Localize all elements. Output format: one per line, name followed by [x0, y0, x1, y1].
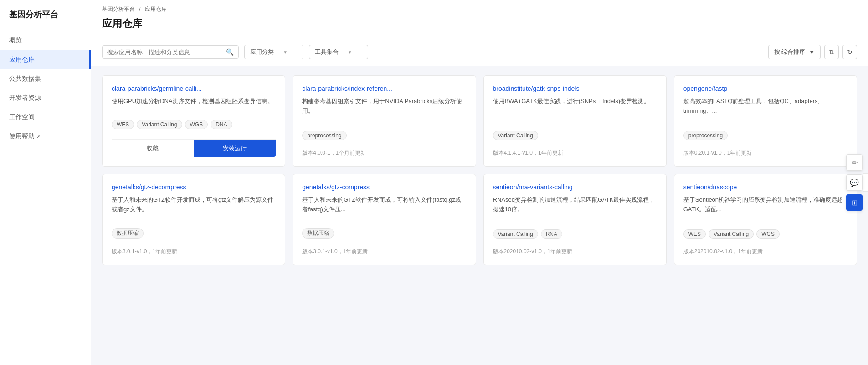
- card-title[interactable]: genetalks/gtz-compress: [302, 183, 466, 191]
- sidebar-item-app-repo[interactable]: 应用仓库: [0, 50, 91, 69]
- card-title[interactable]: clara-parabricks/germline-calli...: [112, 85, 276, 92]
- card-version: 版本3.0.1-v1.0，1年前更新: [302, 243, 466, 256]
- card-3[interactable]: broadinstitute/gatk-snps-indels 使用BWA+GA…: [483, 75, 667, 167]
- card-version: 版本0.20.1-v1.0，1年前更新: [683, 145, 847, 157]
- card-desc: 基于人和未来的GTZ软件开发而成，可将输入文件(fastq.gz或者fastq)…: [302, 195, 466, 224]
- app-category-label: 应用分类: [250, 48, 274, 56]
- card-7[interactable]: sentieon/rna-variants-calling RNAseq变异检测…: [483, 174, 667, 265]
- card-desc: 基于人和未来的GTZ软件开发而成，可将gtz文件解压为源文件或者gz文件。: [112, 195, 276, 224]
- card-5[interactable]: genetalks/gtz-decompress 基于人和未来的GTZ软件开发而…: [102, 174, 285, 265]
- tag: 数据压缩: [112, 228, 144, 239]
- card-actions: 收藏 安装运行: [112, 139, 276, 157]
- install-button[interactable]: 安装运行: [194, 140, 276, 157]
- card-desc: RNAseq变异检测的加速流程，结果匹配GATK最佳实践流程，提速10倍。: [493, 195, 657, 225]
- search-box[interactable]: 🔍: [102, 45, 239, 59]
- sort-order-btn[interactable]: ⇅: [824, 45, 839, 59]
- sidebar-collapse-btn[interactable]: ‹: [863, 173, 868, 192]
- tag: RNA: [541, 229, 562, 239]
- chevron-down-icon-3: ▼: [809, 49, 815, 56]
- sidebar-item-help[interactable]: 使用帮助 ↗: [0, 127, 91, 146]
- page-title: 应用仓库: [102, 17, 857, 38]
- toolbar-right: 按 综合排序 ▼ ⇅ ↻: [768, 45, 858, 59]
- card-desc: 基于Sentieon机器学习的胚系变异检测加速流程，准确度远超GATK。适配..…: [683, 195, 847, 225]
- card-tags: WESVariant CallingWGS: [683, 229, 847, 239]
- breadcrumb-sep: /: [139, 6, 140, 12]
- main-content: 基因分析平台 / 应用仓库 应用仓库 🔍 应用分类 ▼ 工具集合 ▼ 按 综合排…: [91, 0, 868, 365]
- refresh-btn[interactable]: ↻: [842, 45, 857, 59]
- sort-dropdown[interactable]: 按 综合排序 ▼: [768, 45, 821, 59]
- tag: 数据压缩: [302, 228, 334, 239]
- card-6[interactable]: genetalks/gtz-compress 基于人和未来的GTZ软件开发而成，…: [293, 174, 476, 265]
- edit-float-btn[interactable]: ✏: [846, 154, 863, 171]
- card-desc: 超高效率的FASTQ前处理工具，包括QC、adapters、trimming、.…: [683, 97, 847, 126]
- tag: DNA: [211, 120, 232, 129]
- card-title[interactable]: sentieon/dnascope: [683, 183, 847, 191]
- card-tags: WESVariant CallingWGSDNA: [112, 120, 276, 129]
- chevron-down-icon-2: ▼: [348, 50, 352, 55]
- tag: WES: [683, 229, 706, 239]
- card-title[interactable]: opengene/fastp: [683, 85, 847, 92]
- main-header: 基因分析平台 / 应用仓库 应用仓库: [91, 0, 868, 38]
- chat-float-btn[interactable]: 💬: [846, 174, 863, 191]
- tag: preprocessing: [302, 131, 346, 140]
- sidebar-logo: 基因分析平台: [0, 9, 91, 31]
- tag: Variant Calling: [493, 229, 538, 239]
- card-title[interactable]: sentieon/rna-variants-calling: [493, 183, 657, 191]
- card-tags: Variant Calling: [493, 131, 657, 140]
- tool-collection-dropdown[interactable]: 工具集合 ▼: [309, 45, 368, 59]
- grid-float-btn[interactable]: ⊞: [846, 194, 863, 211]
- sidebar-item-dev-resources[interactable]: 开发者资源: [0, 89, 91, 108]
- tag: Variant Calling: [493, 131, 538, 140]
- tag: Variant Calling: [137, 120, 182, 129]
- breadcrumb-root[interactable]: 基因分析平台: [102, 6, 135, 12]
- card-desc: 构建参考基因组索引文件，用于NVIDA Parabricks后续分析使用。: [302, 97, 466, 126]
- card-2[interactable]: clara-parabricks/index-referen... 构建参考基因…: [293, 75, 476, 167]
- card-desc: 使用BWA+GATK最佳实践，进行(SNPs + Indels)变异检测。: [493, 97, 657, 126]
- card-title[interactable]: clara-parabricks/index-referen...: [302, 85, 466, 92]
- card-tags: preprocessing: [302, 131, 466, 140]
- sidebar-item-help-label: 使用帮助: [9, 132, 35, 141]
- card-title[interactable]: broadinstitute/gatk-snps-indels: [493, 85, 657, 92]
- card-version: 版本202010.02-v1.0，1年前更新: [493, 243, 657, 256]
- right-float-buttons: ✏ 💬 ⊞: [846, 154, 863, 211]
- cards-container: clara-parabricks/germline-calli... 使用GPU…: [91, 66, 868, 274]
- card-desc: 使用GPU加速分析DNA测序文件，检测基因组胚系变异信息。: [112, 97, 276, 115]
- card-version: 版本4.0.0-1，1个月前更新: [302, 145, 466, 157]
- sort-label: 按 综合排序: [774, 48, 806, 56]
- card-4[interactable]: opengene/fastp 超高效率的FASTQ前处理工具，包括QC、adap…: [674, 75, 857, 167]
- card-8[interactable]: sentieon/dnascope 基于Sentieon机器学习的胚系变异检测加…: [674, 174, 857, 265]
- card-tags: preprocessing: [683, 131, 847, 140]
- tag: WES: [112, 120, 134, 129]
- tag: Variant Calling: [709, 229, 754, 239]
- card-tags: 数据压缩: [112, 228, 276, 239]
- card-version: 版本202010.02-v1.0，1年前更新: [683, 243, 847, 256]
- sidebar-item-public-data[interactable]: 公共数据集: [0, 69, 91, 89]
- save-button[interactable]: 收藏: [112, 140, 194, 157]
- card-tags: 数据压缩: [302, 228, 466, 239]
- card-version: 版本4.1.4.1-v1.0，1年前更新: [493, 145, 657, 157]
- sidebar-item-overview[interactable]: 概览: [0, 31, 91, 50]
- tool-collection-label: 工具集合: [315, 48, 339, 56]
- chevron-down-icon-1: ▼: [283, 50, 288, 55]
- card-1[interactable]: clara-parabricks/germline-calli... 使用GPU…: [102, 75, 285, 167]
- tag: WGS: [185, 120, 208, 129]
- search-input[interactable]: [107, 49, 224, 56]
- app-category-dropdown[interactable]: 应用分类 ▼: [244, 45, 303, 59]
- external-link-icon: ↗: [36, 134, 41, 140]
- sidebar-item-workspace[interactable]: 工作空间: [0, 108, 91, 127]
- sidebar: 基因分析平台 概览 应用仓库 公共数据集 开发者资源 工作空间 使用帮助 ↗ ‹: [0, 0, 91, 365]
- breadcrumb-current: 应用仓库: [145, 6, 167, 12]
- card-tags: Variant CallingRNA: [493, 229, 657, 239]
- card-title[interactable]: genetalks/gtz-decompress: [112, 183, 276, 191]
- card-version: 版本3.0.1-v1.0，1年前更新: [112, 243, 276, 256]
- tag: WGS: [756, 229, 780, 239]
- tag: preprocessing: [683, 131, 728, 140]
- search-icon[interactable]: 🔍: [226, 48, 234, 56]
- breadcrumb: 基因分析平台 / 应用仓库: [102, 5, 857, 13]
- toolbar: 🔍 应用分类 ▼ 工具集合 ▼ 按 综合排序 ▼ ⇅ ↻: [91, 38, 868, 66]
